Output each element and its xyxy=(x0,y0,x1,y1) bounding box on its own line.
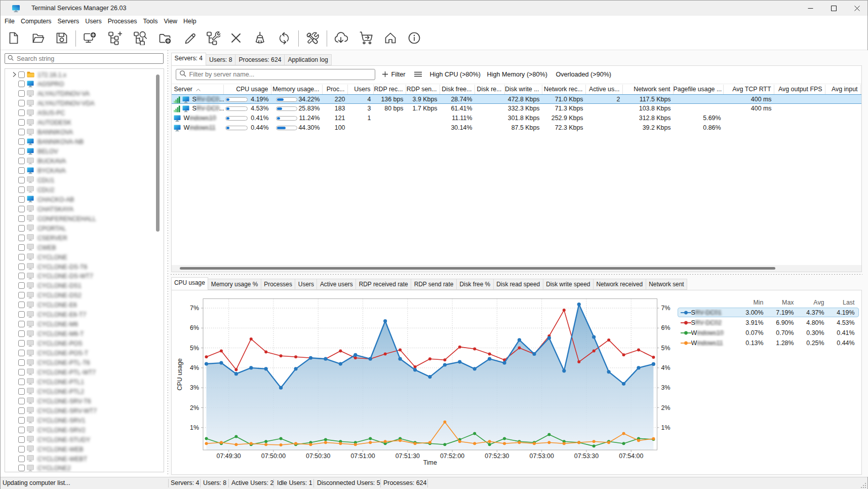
tree-item[interactable]: AUTODESK xyxy=(5,118,164,128)
column-header-disk-free-[interactable]: Disk free... xyxy=(440,85,475,94)
legend-row[interactable]: SRV-DC023.91%6.90%4.80%4.53% xyxy=(678,318,859,327)
tree-item-checkbox[interactable] xyxy=(18,196,25,203)
tree-item[interactable]: BUCKAVA xyxy=(5,157,164,166)
tree-item-checkbox[interactable] xyxy=(18,235,25,241)
legend-row[interactable]: Windows100.07%0.70%0.30%0.41% xyxy=(678,328,859,337)
server-row[interactable]: SRV-DC0...4.19%34.22%2204136 bps3.9 Kbps… xyxy=(172,94,861,104)
tree-item[interactable]: CYCLONE-PTL2 xyxy=(5,387,164,396)
tree-item-checkbox[interactable] xyxy=(18,254,25,260)
tree-item-checkbox[interactable] xyxy=(18,311,25,318)
tree-item[interactable]: CDU2 xyxy=(5,185,164,195)
column-header-disk-write-[interactable]: Disk write ... xyxy=(505,85,542,94)
chart-tab-memory-usage-[interactable]: Memory usage % xyxy=(208,279,261,290)
tree-settings-button[interactable] xyxy=(204,30,222,47)
tree-item[interactable]: CYCLONE-POS-T xyxy=(5,349,164,358)
tree-item-checkbox[interactable] xyxy=(18,321,25,327)
column-header-rdp-rec-[interactable]: RDP rec... xyxy=(374,85,406,94)
tree-item-checkbox[interactable] xyxy=(18,398,25,404)
tree-item[interactable]: CYCLONE-POS xyxy=(5,339,164,349)
chart-tab-disk-read-speed[interactable]: Disk read speed xyxy=(493,279,543,290)
maximize-button[interactable] xyxy=(822,1,845,16)
menu-file[interactable]: File xyxy=(2,16,18,27)
tree-item[interactable]: CYCLONE-SRV2 xyxy=(5,425,164,435)
tree-item[interactable]: CYCLONE-DS-T6 xyxy=(5,262,164,272)
tree-item[interactable]: CYCLONE-M6 xyxy=(5,320,164,329)
tree-item[interactable]: CYCLONE-DS2 xyxy=(5,291,164,300)
legend-row[interactable]: SRV-DC013.00%7.19%4.37%4.19% xyxy=(678,308,859,317)
tree-item-checkbox[interactable] xyxy=(18,436,25,443)
tree-item-checkbox[interactable] xyxy=(18,177,25,183)
resize-grip[interactable] xyxy=(860,482,866,488)
tree-item-checkbox[interactable] xyxy=(18,129,25,135)
tree-item[interactable]: CYCLONE-M6-T xyxy=(5,329,164,339)
tree-item[interactable]: CDU1 xyxy=(5,175,164,185)
tree-item-checkbox[interactable] xyxy=(18,148,25,155)
tab-application-log[interactable]: Application log xyxy=(284,54,331,65)
cloud-download-button[interactable] xyxy=(332,30,350,47)
tree-item[interactable]: CYCLONE-PTL1 xyxy=(5,377,164,387)
column-header-memory-usage-[interactable]: Memory usage... xyxy=(271,85,323,94)
tree-item[interactable]: CHATSKAYA xyxy=(5,204,164,214)
tree-item-checkbox[interactable] xyxy=(18,417,25,424)
chart-tab-active-users[interactable]: Active users xyxy=(317,279,356,290)
tree-item[interactable]: CYCLONE-SRV-WT7 xyxy=(5,406,164,416)
tree-item[interactable]: ASUS-PC xyxy=(5,108,164,118)
tree-item-checkbox[interactable] xyxy=(18,359,25,366)
column-header-proc-[interactable]: Proc... xyxy=(323,85,348,94)
tree-item[interactable]: CYCLONE-E6 xyxy=(5,300,164,310)
tree-item-checkbox[interactable] xyxy=(18,264,25,270)
chart-tab-users[interactable]: Users xyxy=(295,279,317,290)
tab-users-8[interactable]: Users: 8 xyxy=(206,54,235,65)
sidebar-search-input[interactable]: Search string xyxy=(5,53,164,64)
menu-servers[interactable]: Servers xyxy=(55,16,83,27)
save-button[interactable] xyxy=(53,30,71,47)
vertical-splitter[interactable] xyxy=(168,50,168,476)
tree-item[interactable]: CYCLONE-DS-WT7 xyxy=(5,272,164,281)
tree-item-checkbox[interactable] xyxy=(18,225,25,232)
tree-item[interactable]: CYCLONE-SRV-T6 xyxy=(5,396,164,406)
tree-item[interactable]: ALYAUTDINOV-VA xyxy=(5,89,164,99)
tree-item-checkbox[interactable] xyxy=(18,244,25,251)
quick-filter-0[interactable]: High CPU (>80%) xyxy=(430,70,481,79)
tree-item[interactable]: CONFERENCEHALL xyxy=(5,214,164,223)
quick-filter-1[interactable]: High Memory (>80%) xyxy=(487,70,547,79)
tree-item-checkbox[interactable] xyxy=(18,215,25,222)
tree-item[interactable]: CYCLONE xyxy=(5,252,164,262)
column-header-rdp-sen-[interactable]: RDP sen... xyxy=(406,85,440,94)
tree-item[interactable]: 172.16.1.x xyxy=(5,70,164,80)
delete-x-button[interactable] xyxy=(227,30,245,47)
open-folder-button[interactable] xyxy=(29,30,48,47)
new-file-button[interactable] xyxy=(4,30,22,47)
table-hscrollbar-thumb[interactable] xyxy=(180,267,775,270)
chart-tab-rdp-received-rate[interactable]: RDP received rate xyxy=(356,279,411,290)
tree-item[interactable]: ALYAUTDINOV-VDA xyxy=(5,99,164,108)
chart-tab-cpu-usage[interactable]: CPU usage xyxy=(171,277,209,290)
column-header-avg-tcp-rtt[interactable]: Avg TCP RTT xyxy=(724,85,774,94)
chart-tab-network-received[interactable]: Network received xyxy=(593,279,646,290)
tree-item-checkbox[interactable] xyxy=(18,167,25,174)
column-header-cpu-usage[interactable]: CPU usage xyxy=(224,85,271,94)
menu-computers[interactable]: Computers xyxy=(18,16,55,27)
horizontal-splitter[interactable] xyxy=(171,274,862,275)
add-tree-node-button[interactable] xyxy=(106,30,124,47)
column-header-avg-output-fps[interactable]: Avg output FPS xyxy=(774,85,825,94)
column-header-disk-re-[interactable]: Disk re... xyxy=(475,85,505,94)
tree-item[interactable]: CYCLONE-DS1 xyxy=(5,281,164,291)
chart-tab-processes[interactable]: Processes xyxy=(261,279,296,290)
filter-menu-button[interactable] xyxy=(414,70,422,79)
menu-view[interactable]: View xyxy=(161,16,180,27)
tree-item[interactable]: CYCLONE-WEBT xyxy=(5,454,164,464)
tree-item[interactable]: CWEB xyxy=(5,243,164,252)
tree-item[interactable]: CYCLONE-WEB xyxy=(5,444,164,454)
tree-item[interactable]: BANNIKOVA-NB xyxy=(5,137,164,147)
tree-item[interactable]: CSERVER xyxy=(5,233,164,243)
info-button[interactable] xyxy=(405,30,423,47)
tree-item-checkbox[interactable] xyxy=(18,446,25,453)
quick-filter-2[interactable]: Overloaded (>90%) xyxy=(556,70,612,79)
clean-broom-button[interactable] xyxy=(251,30,269,47)
tree-item-checkbox[interactable] xyxy=(18,465,25,471)
chart-tab-network-sent[interactable]: Network sent xyxy=(646,279,687,290)
tree-item-checkbox[interactable] xyxy=(18,109,25,116)
search-tree-button[interactable] xyxy=(131,30,149,47)
tree-item-checkbox[interactable] xyxy=(18,100,25,106)
